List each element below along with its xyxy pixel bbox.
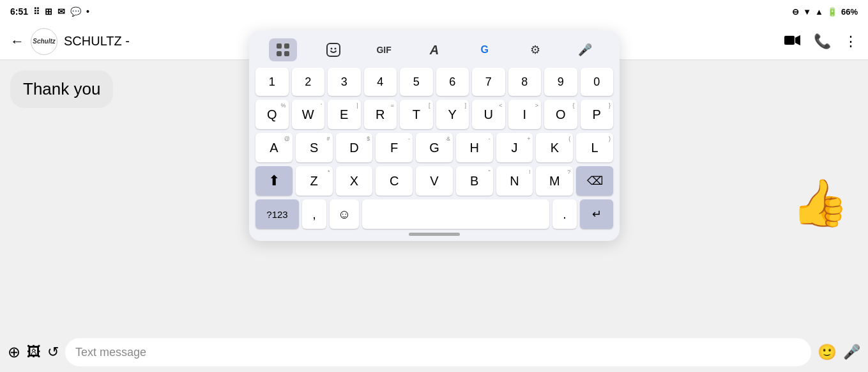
svg-rect-4 [277, 51, 282, 56]
svg-rect-2 [277, 43, 282, 49]
svg-rect-0 [784, 36, 795, 45]
key-8[interactable]: 8 [508, 68, 542, 96]
key-k[interactable]: K( [536, 133, 573, 162]
key-g[interactable]: G& [416, 133, 453, 162]
more-options-icon[interactable]: ⋮ [844, 33, 858, 50]
time: 6:51 [10, 6, 28, 17]
mic-input-button[interactable]: 🎤 [843, 344, 860, 360]
text-message-input[interactable]: Text message [65, 338, 811, 366]
dnd-icon: ⊖ [792, 7, 799, 17]
battery-icon: 🔋 [827, 7, 837, 17]
key-i[interactable]: I> [508, 100, 542, 129]
shift-key[interactable]: ⬆ [255, 166, 293, 196]
media-button[interactable]: 🖼 [27, 344, 41, 360]
keyboard-asdf-row: A@ S# D$ F- G& H- J+ K( L) [255, 133, 613, 162]
key-s[interactable]: S# [296, 133, 333, 162]
key-z[interactable]: Z* [296, 166, 333, 196]
contact-name: SCHULTZ - [64, 34, 130, 49]
battery-percent: 66% [841, 7, 858, 17]
key-m[interactable]: M? [536, 166, 573, 196]
signal-icon: ⠿ [33, 6, 40, 17]
comma-key[interactable]: , [302, 199, 326, 229]
input-placeholder: Text message [75, 346, 146, 359]
svg-rect-3 [284, 43, 289, 49]
key-l[interactable]: L) [576, 133, 613, 162]
message-text: Thank you [23, 79, 100, 98]
header-left: ← Schultz SCHULTZ - [10, 28, 130, 55]
messenger-icon: 💬 [70, 6, 81, 17]
status-right: ⊖ ▼ ▲ 🔋 66% [792, 7, 858, 17]
key-4[interactable]: 4 [364, 68, 397, 96]
key-o[interactable]: O{ [544, 100, 577, 129]
keyboard-bottom-row: ?123 , ☺ . ↵ [255, 199, 613, 229]
wifi-icon: ▼ [803, 7, 811, 17]
backspace-key[interactable]: ⌫ [576, 166, 613, 196]
dot-icon: • [86, 6, 89, 17]
keyboard-sticker-button[interactable] [319, 38, 347, 61]
key-b[interactable]: B" [456, 166, 493, 196]
svg-point-8 [335, 48, 337, 50]
status-left: 6:51 ⠿ ⊞ ✉ 💬 • [10, 6, 89, 17]
msg-icon: ✉ [57, 6, 65, 17]
keyboard-voice-button[interactable]: 🎤 [571, 38, 599, 61]
svg-point-7 [331, 48, 333, 50]
emoji-button[interactable]: 🙂 [818, 343, 837, 361]
key-p[interactable]: P} [581, 100, 614, 129]
key-r[interactable]: R= [364, 100, 397, 129]
keyboard-overlay: GIF A G ⚙ 🎤 1 2 3 4 5 6 7 8 9 0 Q% W' E|… [249, 31, 620, 241]
key-j[interactable]: J+ [496, 133, 533, 162]
keyboard-translate-button[interactable]: G [471, 38, 499, 61]
signal-bars-icon: ▲ [815, 7, 823, 17]
refresh-button[interactable]: ↺ [47, 344, 59, 360]
key-f[interactable]: F- [376, 133, 413, 162]
key-2[interactable]: 2 [292, 68, 325, 96]
emoji-key[interactable]: ☺ [330, 199, 359, 229]
svg-rect-5 [284, 51, 289, 56]
key-7[interactable]: 7 [472, 68, 505, 96]
key-3[interactable]: 3 [328, 68, 361, 96]
add-attachment-button[interactable]: ⊕ [8, 343, 20, 361]
key-q[interactable]: Q% [255, 100, 289, 129]
input-bar: ⊕ 🖼 ↺ Text message 🙂 🎤 [0, 332, 868, 372]
key-a[interactable]: A@ [255, 133, 293, 162]
key-0[interactable]: 0 [581, 68, 614, 96]
keyboard-gif-button[interactable]: GIF [370, 38, 398, 61]
key-n[interactable]: N! [496, 166, 533, 196]
key-e[interactable]: E| [328, 100, 361, 129]
header-right: 📞 ⋮ [784, 33, 858, 50]
keyboard-emoji-grid-button[interactable] [269, 38, 297, 61]
keyboard-handle [409, 233, 460, 236]
svg-rect-6 [327, 43, 340, 56]
key-5[interactable]: 5 [400, 68, 433, 96]
key-u[interactable]: U< [472, 100, 505, 129]
video-call-icon[interactable] [784, 33, 801, 50]
key-c[interactable]: C [376, 166, 413, 196]
key-x[interactable]: X [336, 166, 373, 196]
keyboard-settings-button[interactable]: ⚙ [521, 38, 549, 61]
contact-avatar: Schultz [31, 28, 57, 55]
enter-key[interactable]: ↵ [580, 199, 613, 229]
message-bubble: Thank you [10, 70, 113, 108]
keyboard-toolbar: GIF A G ⚙ 🎤 [255, 38, 613, 61]
thumbs-up-emoji: 👍 [791, 176, 849, 230]
period-key[interactable]: . [552, 199, 577, 229]
key-6[interactable]: 6 [436, 68, 469, 96]
key-y[interactable]: Y] [436, 100, 469, 129]
key-1[interactable]: 1 [255, 68, 289, 96]
keyboard-font-button[interactable]: A [420, 38, 448, 61]
key-v[interactable]: V [416, 166, 453, 196]
key-h[interactable]: H- [456, 133, 493, 162]
status-bar: 6:51 ⠿ ⊞ ✉ 💬 • ⊖ ▼ ▲ 🔋 66% [0, 0, 868, 23]
key-9[interactable]: 9 [544, 68, 577, 96]
key-t[interactable]: T[ [400, 100, 433, 129]
key-d[interactable]: D$ [336, 133, 373, 162]
keyboard-number-row: 1 2 3 4 5 6 7 8 9 0 [255, 68, 613, 96]
phone-icon[interactable]: 📞 [814, 33, 831, 50]
grid-icon: ⊞ [45, 6, 52, 17]
key-w[interactable]: W' [292, 100, 325, 129]
space-key[interactable] [362, 199, 549, 229]
svg-marker-1 [795, 35, 800, 45]
keyboard-zxcv-row: ⬆ Z* X C V B" N! M? ⌫ [255, 166, 613, 196]
numbers-switch-key[interactable]: ?123 [255, 199, 299, 229]
back-button[interactable]: ← [10, 33, 24, 50]
